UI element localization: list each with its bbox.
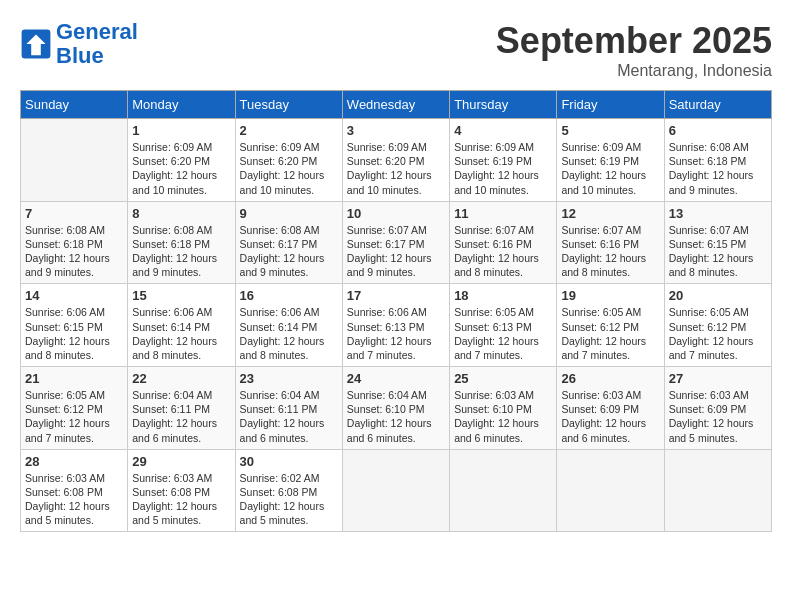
- calendar-cell: 25Sunrise: 6:03 AM Sunset: 6:10 PM Dayli…: [450, 367, 557, 450]
- day-number: 3: [347, 123, 445, 138]
- day-info: Sunrise: 6:09 AM Sunset: 6:19 PM Dayligh…: [561, 140, 659, 197]
- calendar-cell: [21, 119, 128, 202]
- day-info: Sunrise: 6:08 AM Sunset: 6:17 PM Dayligh…: [240, 223, 338, 280]
- day-number: 18: [454, 288, 552, 303]
- calendar-cell: 17Sunrise: 6:06 AM Sunset: 6:13 PM Dayli…: [342, 284, 449, 367]
- weekday-header-monday: Monday: [128, 91, 235, 119]
- calendar-cell: 18Sunrise: 6:05 AM Sunset: 6:13 PM Dayli…: [450, 284, 557, 367]
- weekday-header-friday: Friday: [557, 91, 664, 119]
- calendar-cell: [342, 449, 449, 532]
- calendar-cell: 26Sunrise: 6:03 AM Sunset: 6:09 PM Dayli…: [557, 367, 664, 450]
- day-info: Sunrise: 6:05 AM Sunset: 6:12 PM Dayligh…: [25, 388, 123, 445]
- calendar-cell: 5Sunrise: 6:09 AM Sunset: 6:19 PM Daylig…: [557, 119, 664, 202]
- calendar-cell: 20Sunrise: 6:05 AM Sunset: 6:12 PM Dayli…: [664, 284, 771, 367]
- day-number: 8: [132, 206, 230, 221]
- day-number: 26: [561, 371, 659, 386]
- calendar-week-row: 21Sunrise: 6:05 AM Sunset: 6:12 PM Dayli…: [21, 367, 772, 450]
- calendar-cell: 10Sunrise: 6:07 AM Sunset: 6:17 PM Dayli…: [342, 201, 449, 284]
- day-number: 2: [240, 123, 338, 138]
- day-number: 7: [25, 206, 123, 221]
- calendar-cell: 9Sunrise: 6:08 AM Sunset: 6:17 PM Daylig…: [235, 201, 342, 284]
- calendar-cell: [450, 449, 557, 532]
- calendar-cell: 23Sunrise: 6:04 AM Sunset: 6:11 PM Dayli…: [235, 367, 342, 450]
- calendar-week-row: 7Sunrise: 6:08 AM Sunset: 6:18 PM Daylig…: [21, 201, 772, 284]
- day-info: Sunrise: 6:07 AM Sunset: 6:17 PM Dayligh…: [347, 223, 445, 280]
- day-info: Sunrise: 6:04 AM Sunset: 6:10 PM Dayligh…: [347, 388, 445, 445]
- day-number: 20: [669, 288, 767, 303]
- calendar-cell: 3Sunrise: 6:09 AM Sunset: 6:20 PM Daylig…: [342, 119, 449, 202]
- day-number: 14: [25, 288, 123, 303]
- page-header: General Blue September 2025 Mentarang, I…: [20, 20, 772, 80]
- day-info: Sunrise: 6:08 AM Sunset: 6:18 PM Dayligh…: [132, 223, 230, 280]
- day-number: 30: [240, 454, 338, 469]
- day-info: Sunrise: 6:03 AM Sunset: 6:08 PM Dayligh…: [25, 471, 123, 528]
- day-number: 29: [132, 454, 230, 469]
- day-info: Sunrise: 6:07 AM Sunset: 6:16 PM Dayligh…: [454, 223, 552, 280]
- calendar-cell: 28Sunrise: 6:03 AM Sunset: 6:08 PM Dayli…: [21, 449, 128, 532]
- calendar-cell: 2Sunrise: 6:09 AM Sunset: 6:20 PM Daylig…: [235, 119, 342, 202]
- calendar-cell: 22Sunrise: 6:04 AM Sunset: 6:11 PM Dayli…: [128, 367, 235, 450]
- day-info: Sunrise: 6:04 AM Sunset: 6:11 PM Dayligh…: [240, 388, 338, 445]
- calendar-cell: 7Sunrise: 6:08 AM Sunset: 6:18 PM Daylig…: [21, 201, 128, 284]
- calendar-cell: 21Sunrise: 6:05 AM Sunset: 6:12 PM Dayli…: [21, 367, 128, 450]
- calendar-cell: 13Sunrise: 6:07 AM Sunset: 6:15 PM Dayli…: [664, 201, 771, 284]
- calendar-cell: 1Sunrise: 6:09 AM Sunset: 6:20 PM Daylig…: [128, 119, 235, 202]
- day-info: Sunrise: 6:04 AM Sunset: 6:11 PM Dayligh…: [132, 388, 230, 445]
- day-number: 9: [240, 206, 338, 221]
- calendar-cell: 16Sunrise: 6:06 AM Sunset: 6:14 PM Dayli…: [235, 284, 342, 367]
- day-number: 17: [347, 288, 445, 303]
- day-info: Sunrise: 6:08 AM Sunset: 6:18 PM Dayligh…: [669, 140, 767, 197]
- day-info: Sunrise: 6:06 AM Sunset: 6:14 PM Dayligh…: [240, 305, 338, 362]
- calendar-table: SundayMondayTuesdayWednesdayThursdayFrid…: [20, 90, 772, 532]
- day-info: Sunrise: 6:09 AM Sunset: 6:20 PM Dayligh…: [240, 140, 338, 197]
- day-number: 11: [454, 206, 552, 221]
- weekday-header-thursday: Thursday: [450, 91, 557, 119]
- day-info: Sunrise: 6:07 AM Sunset: 6:16 PM Dayligh…: [561, 223, 659, 280]
- logo-line2: Blue: [56, 43, 104, 68]
- day-info: Sunrise: 6:05 AM Sunset: 6:12 PM Dayligh…: [561, 305, 659, 362]
- weekday-header-saturday: Saturday: [664, 91, 771, 119]
- logo-line1: General: [56, 19, 138, 44]
- day-info: Sunrise: 6:09 AM Sunset: 6:20 PM Dayligh…: [132, 140, 230, 197]
- calendar-cell: 29Sunrise: 6:03 AM Sunset: 6:08 PM Dayli…: [128, 449, 235, 532]
- calendar-cell: 6Sunrise: 6:08 AM Sunset: 6:18 PM Daylig…: [664, 119, 771, 202]
- day-info: Sunrise: 6:07 AM Sunset: 6:15 PM Dayligh…: [669, 223, 767, 280]
- weekday-header-sunday: Sunday: [21, 91, 128, 119]
- day-info: Sunrise: 6:05 AM Sunset: 6:12 PM Dayligh…: [669, 305, 767, 362]
- logo-text: General Blue: [56, 20, 138, 68]
- day-info: Sunrise: 6:03 AM Sunset: 6:08 PM Dayligh…: [132, 471, 230, 528]
- calendar-week-row: 14Sunrise: 6:06 AM Sunset: 6:15 PM Dayli…: [21, 284, 772, 367]
- day-info: Sunrise: 6:06 AM Sunset: 6:15 PM Dayligh…: [25, 305, 123, 362]
- day-number: 13: [669, 206, 767, 221]
- calendar-cell: 19Sunrise: 6:05 AM Sunset: 6:12 PM Dayli…: [557, 284, 664, 367]
- month-title: September 2025: [496, 20, 772, 62]
- calendar-cell: 30Sunrise: 6:02 AM Sunset: 6:08 PM Dayli…: [235, 449, 342, 532]
- day-number: 25: [454, 371, 552, 386]
- day-number: 16: [240, 288, 338, 303]
- day-number: 28: [25, 454, 123, 469]
- day-number: 4: [454, 123, 552, 138]
- day-number: 24: [347, 371, 445, 386]
- day-info: Sunrise: 6:03 AM Sunset: 6:09 PM Dayligh…: [669, 388, 767, 445]
- day-number: 23: [240, 371, 338, 386]
- calendar-cell: 11Sunrise: 6:07 AM Sunset: 6:16 PM Dayli…: [450, 201, 557, 284]
- day-info: Sunrise: 6:06 AM Sunset: 6:13 PM Dayligh…: [347, 305, 445, 362]
- calendar-cell: 14Sunrise: 6:06 AM Sunset: 6:15 PM Dayli…: [21, 284, 128, 367]
- day-info: Sunrise: 6:02 AM Sunset: 6:08 PM Dayligh…: [240, 471, 338, 528]
- calendar-cell: [664, 449, 771, 532]
- calendar-week-row: 1Sunrise: 6:09 AM Sunset: 6:20 PM Daylig…: [21, 119, 772, 202]
- calendar-cell: 8Sunrise: 6:08 AM Sunset: 6:18 PM Daylig…: [128, 201, 235, 284]
- day-info: Sunrise: 6:03 AM Sunset: 6:09 PM Dayligh…: [561, 388, 659, 445]
- day-number: 27: [669, 371, 767, 386]
- calendar-week-row: 28Sunrise: 6:03 AM Sunset: 6:08 PM Dayli…: [21, 449, 772, 532]
- day-info: Sunrise: 6:05 AM Sunset: 6:13 PM Dayligh…: [454, 305, 552, 362]
- logo: General Blue: [20, 20, 138, 68]
- location: Mentarang, Indonesia: [496, 62, 772, 80]
- day-number: 21: [25, 371, 123, 386]
- calendar-cell: 4Sunrise: 6:09 AM Sunset: 6:19 PM Daylig…: [450, 119, 557, 202]
- day-number: 22: [132, 371, 230, 386]
- day-number: 12: [561, 206, 659, 221]
- calendar-cell: 27Sunrise: 6:03 AM Sunset: 6:09 PM Dayli…: [664, 367, 771, 450]
- day-number: 19: [561, 288, 659, 303]
- title-block: September 2025 Mentarang, Indonesia: [496, 20, 772, 80]
